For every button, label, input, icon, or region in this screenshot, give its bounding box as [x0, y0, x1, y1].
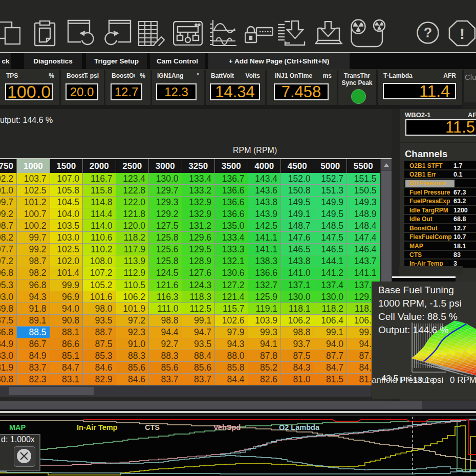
svg-text:?: ? — [424, 25, 432, 40]
svg-text:!: ! — [460, 25, 465, 42]
